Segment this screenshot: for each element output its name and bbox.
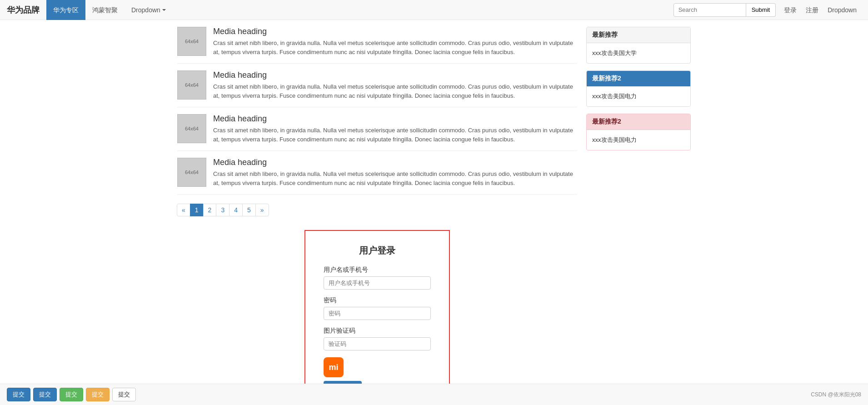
media-body: Media heading Cras sit amet nibh libero,…	[213, 70, 577, 100]
pagination: «12345»	[177, 204, 577, 216]
sidebar-panel-1-link[interactable]: xxx攻击美国大学	[592, 48, 685, 59]
pagination-item[interactable]: 1	[190, 204, 204, 216]
login-box: 用户登录 用户名或手机号 密码 图片验证码 mi Submit	[304, 230, 450, 405]
sidebar-panel-1: 最新推荐 xxx攻击美国大学	[586, 27, 691, 64]
media-heading: Media heading	[213, 158, 577, 167]
media-heading: Media heading	[213, 70, 577, 80]
media-item: 64x64 Media heading Cras sit amet nibh l…	[177, 114, 577, 151]
navbar-brand[interactable]: 华为品牌	[7, 5, 46, 15]
login-modal-area: 用户登录 用户名或手机号 密码 图片验证码 mi Submit	[177, 230, 577, 405]
media-heading: Media heading	[213, 27, 577, 36]
sidebar-panel-3-body: xxx攻击美国电力	[587, 130, 690, 150]
sidebar-panel-1-body: xxx攻击美国大学	[587, 43, 690, 63]
media-item: 64x64 Media heading Cras sit amet nibh l…	[177, 27, 577, 64]
footer-credit: CSDN @依米阳光08	[811, 391, 861, 399]
sidebar-panel-2: 最新推荐2 xxx攻击美国电力	[586, 70, 691, 107]
footer-button-2[interactable]: 提交	[33, 388, 57, 401]
register-link[interactable]: 注册	[801, 0, 823, 20]
navbar: 华为品牌 华为专区 鸿蒙智聚 Dropdown Submit 登录 注册 Dro…	[0, 0, 868, 20]
sidebar-panel-3-link[interactable]: xxx攻击美国电力	[592, 135, 685, 145]
media-text: Cras sit amet nibh libero, in gravida nu…	[213, 39, 577, 56]
media-heading: Media heading	[213, 114, 577, 124]
password-group: 密码	[324, 296, 431, 320]
password-label: 密码	[324, 296, 431, 305]
media-thumb: 64x64	[177, 114, 206, 143]
navbar-right-dropdown[interactable]: Dropdown	[823, 0, 861, 20]
sidebar-panel-2-link[interactable]: xxx攻击美国电力	[592, 91, 685, 102]
dropdown-caret-icon	[162, 9, 166, 11]
media-body: Media heading Cras sit amet nibh libero,…	[213, 27, 577, 56]
main-content: 64x64 Media heading Cras sit amet nibh l…	[177, 27, 577, 405]
media-text: Cras sit amet nibh libero, in gravida nu…	[213, 82, 577, 100]
media-list: 64x64 Media heading Cras sit amet nibh l…	[177, 27, 577, 195]
media-item: 64x64 Media heading Cras sit amet nibh l…	[177, 70, 577, 107]
password-input[interactable]	[324, 307, 431, 320]
navbar-item-huawei[interactable]: 华为专区	[46, 0, 85, 20]
username-label: 用户名或手机号	[324, 266, 431, 274]
username-group: 用户名或手机号	[324, 266, 431, 290]
pagination-item[interactable]: 4	[229, 204, 243, 216]
footer-button-1[interactable]: 提交	[7, 388, 30, 401]
media-text: Cras sit amet nibh libero, in gravida nu…	[213, 170, 577, 187]
search-input[interactable]	[673, 3, 746, 17]
search-submit-button[interactable]: Submit	[746, 3, 776, 17]
footer-button-4[interactable]: 提交	[86, 388, 110, 401]
main-container: 64x64 Media heading Cras sit amet nibh l…	[170, 20, 698, 405]
media-text: Cras sit amet nibh libero, in gravida nu…	[213, 126, 577, 144]
sidebar-panel-3: 最新推荐2 xxx攻击美国电力	[586, 114, 691, 150]
navbar-item-hongmeng[interactable]: 鸿蒙智聚	[85, 0, 125, 20]
pagination-item[interactable]: 5	[243, 204, 256, 216]
media-thumb: 64x64	[177, 158, 206, 187]
footer-button-5[interactable]: 提交	[112, 388, 136, 401]
sidebar-panel-3-header: 最新推荐2	[587, 114, 690, 130]
pagination-item[interactable]: «	[177, 204, 190, 216]
pagination-item[interactable]: 3	[216, 204, 229, 216]
username-input[interactable]	[324, 276, 431, 290]
footer-bar: 提交 提交 提交 提交 提交 CSDN @依米阳光08	[0, 384, 868, 405]
navbar-search: Submit	[673, 3, 776, 17]
sidebar-panel-2-header: 最新推荐2	[587, 71, 690, 86]
pagination-item[interactable]: 2	[204, 204, 217, 216]
media-item: 64x64 Media heading Cras sit amet nibh l…	[177, 158, 577, 195]
captcha-input[interactable]	[324, 337, 431, 350]
captcha-group: 图片验证码	[324, 327, 431, 350]
media-thumb: 64x64	[177, 27, 206, 56]
navbar-item-dropdown[interactable]: Dropdown	[125, 0, 173, 20]
media-thumb: 64x64	[177, 70, 206, 100]
sidebar: 最新推荐 xxx攻击美国大学 最新推荐2 xxx攻击美国电力 最新推荐2 xxx…	[586, 27, 691, 405]
login-title: 用户登录	[324, 245, 431, 257]
media-body: Media heading Cras sit amet nibh libero,…	[213, 114, 577, 144]
login-link[interactable]: 登录	[779, 0, 801, 20]
media-body: Media heading Cras sit amet nibh libero,…	[213, 158, 577, 187]
footer-button-3[interactable]: 提交	[60, 388, 83, 401]
captcha-image: mi	[324, 357, 344, 377]
sidebar-panel-1-header: 最新推荐	[587, 27, 690, 43]
sidebar-panel-2-body: xxx攻击美国电力	[587, 86, 690, 106]
navbar-items: 华为专区 鸿蒙智聚 Dropdown	[46, 0, 670, 20]
navbar-right: 登录 注册 Dropdown	[779, 0, 861, 20]
captcha-icon: mi	[329, 363, 338, 372]
pagination-item[interactable]: »	[256, 204, 269, 216]
captcha-label: 图片验证码	[324, 327, 431, 335]
